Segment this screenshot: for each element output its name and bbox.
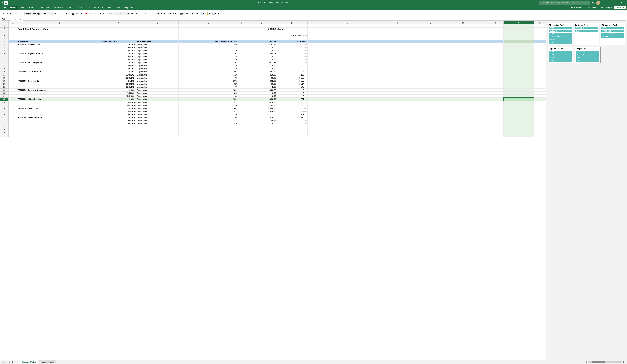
col-header-J[interactable]: J	[323, 21, 373, 24]
scroll-right-btn[interactable]: ▶	[623, 361, 626, 364]
align-left-btn[interactable]: ≡	[99, 12, 102, 15]
menu-item-data[interactable]: Data	[65, 6, 72, 10]
underline-button[interactable]: U	[71, 12, 75, 15]
tab-menu-icon[interactable]: ☰	[17, 361, 20, 363]
format-cells-btn[interactable]: ⊡▾	[172, 12, 177, 15]
menu-item-share[interactable]: Share	[28, 6, 36, 10]
filter-chip-blank-proj[interactable]: (blank)	[576, 59, 599, 62]
filter-chip-toyota[interactable]: TOYOTA	[576, 53, 599, 56]
formula-input[interactable]	[23, 18, 626, 21]
more-format-btn[interactable]: ···	[93, 12, 97, 15]
number-format-select[interactable]: General	[113, 12, 130, 15]
format-painter-btn[interactable]: 🖌	[18, 12, 22, 15]
filter-chip-tangible[interactable]: TANGIBLE	[575, 27, 598, 29]
insert-cells-btn[interactable]: +⊡▾	[160, 12, 166, 15]
filter-chip-car[interactable]: CAR	[601, 27, 624, 29]
decrease-font-btn[interactable]: A↓	[59, 12, 63, 15]
sum-btn[interactable]: Σ▾	[190, 12, 194, 15]
col-header-L[interactable]: L	[423, 21, 438, 24]
format-as-table-btn[interactable]: ⊞▾	[185, 12, 189, 15]
col-header-G[interactable]: G	[246, 21, 277, 24]
italic-button[interactable]: I	[69, 12, 71, 15]
col-header-H[interactable]: H	[277, 21, 307, 24]
filter-chip-sales[interactable]: SALES	[549, 38, 572, 41]
tab-fixed-asset-data[interactable]: FixedAssetData	[39, 360, 56, 364]
bold-button[interactable]: B	[65, 12, 68, 15]
comments-button[interactable]: 💬 Comments	[570, 6, 585, 9]
filter-chip-mercedes[interactable]: MERCEDES	[576, 51, 599, 53]
catchup-button[interactable]: ↑ Catch up	[586, 6, 599, 9]
filter-chip-telephone[interactable]: TELEPHONE	[601, 33, 624, 35]
border-button[interactable]: ⊞	[75, 12, 79, 15]
user-avatar[interactable]: U	[596, 1, 600, 5]
menu-item-help[interactable]: Help	[105, 6, 113, 10]
filter-chip-adm-dept[interactable]: ADM	[549, 51, 572, 53]
font-color-button[interactable]: A▾	[84, 12, 88, 15]
col-header-C[interactable]: C	[102, 21, 136, 24]
conditional-format-btn[interactable]: ▤▾	[179, 12, 184, 15]
search-input[interactable]	[539, 1, 590, 4]
add-sheet-button[interactable]: +	[56, 361, 60, 364]
percent-btn[interactable]: %	[135, 12, 138, 15]
menu-item-draw[interactable]: Draw	[113, 6, 121, 10]
filter-chip-vw[interactable]: VW	[576, 56, 599, 59]
filter-chip-machinery[interactable]: MACHINERY	[601, 30, 624, 32]
cell-reference-input[interactable]: O25	[1, 18, 11, 21]
col-header-I[interactable]: I	[307, 21, 323, 24]
spreadsheet[interactable]: A B C D E F G H I J K L M N O	[0, 21, 546, 360]
menu-item-review[interactable]: Review	[73, 6, 83, 10]
col-header-E[interactable]: E	[179, 21, 238, 24]
col-header-F[interactable]: F	[238, 21, 246, 24]
menu-item-file[interactable]: File	[1, 6, 8, 10]
increase-decimal-btn[interactable]: .0→	[141, 12, 147, 15]
col-header-A[interactable]: A	[9, 21, 17, 24]
cell-styles-btn[interactable]: ⊡▾	[155, 12, 160, 15]
fill-color-button[interactable]: A▾	[79, 12, 83, 15]
filter-chip-reception[interactable]: RECEPTION	[549, 36, 572, 38]
share-button[interactable]: ↑ Share ▾	[614, 6, 626, 9]
decrease-decimal-btn[interactable]: ←.0	[147, 12, 153, 15]
tab-nav-last[interactable]: ▶|	[11, 361, 15, 364]
sensitivity-btn[interactable]: 🔒▾	[206, 12, 211, 15]
font-size-select[interactable]: 11	[47, 12, 54, 15]
more-btn[interactable]: ▾	[217, 12, 220, 15]
filter-chip-blank-class[interactable]: (blank)	[575, 30, 598, 32]
settings-icon[interactable]: ⚙	[591, 1, 595, 4]
menu-item-script-lab[interactable]: Script Lab	[122, 6, 135, 10]
quick-access-btn[interactable]: ▾	[9, 12, 12, 15]
menu-item-view[interactable]: View	[84, 6, 92, 10]
analyze-btn[interactable]: 📊▾	[211, 12, 217, 15]
col-header-K[interactable]: K	[373, 21, 423, 24]
col-header-D[interactable]: D	[136, 21, 178, 24]
maximize-button[interactable]: □	[610, 0, 618, 5]
col-header-N[interactable]: N	[488, 21, 504, 24]
currency-btn[interactable]: $▾	[130, 12, 134, 15]
col-header-O[interactable]: O	[504, 21, 534, 24]
menu-item-automate[interactable]: Automate	[92, 6, 104, 10]
filter-chip-sales-dept[interactable]: SALES	[549, 56, 572, 59]
filter-chip-prod[interactable]: PROD	[549, 33, 572, 35]
font-family-select[interactable]: Segoe UI (Body)	[24, 12, 47, 15]
filter-chip-adm[interactable]: ADM	[549, 27, 572, 29]
text-size-btn[interactable]: Aa	[88, 12, 93, 15]
menu-item-insert[interactable]: Insert	[18, 6, 27, 10]
sort-filter-btn[interactable]: ▼▾	[194, 12, 199, 15]
redo-button[interactable]: ↪	[5, 12, 9, 15]
tab-nav-first[interactable]: |◀	[1, 361, 5, 364]
increase-font-btn[interactable]: A↑	[54, 12, 58, 15]
tab-nav-next[interactable]: ▶	[8, 361, 11, 364]
scroll-left-btn[interactable]: ◀	[585, 361, 588, 364]
close-button[interactable]: ✕	[618, 0, 626, 5]
editing-button[interactable]: ✏ Editing ▾	[600, 6, 613, 9]
filter-chip-build2[interactable]: BUILD_2	[549, 30, 572, 32]
tab-nav-prev[interactable]: ◀	[5, 361, 8, 364]
find-btn[interactable]: 🔍▾	[200, 12, 205, 15]
menu-item-page-layout[interactable]: Page Layout	[37, 6, 52, 10]
comma-btn[interactable]: ,	[139, 12, 141, 15]
filter-chip-blank-loc[interactable]: (blank)	[549, 41, 572, 44]
filter-chip-prod-dept[interactable]: PROD	[549, 53, 572, 56]
menu-item-home[interactable]: Home	[9, 6, 18, 10]
col-header-P[interactable]: P	[534, 21, 546, 24]
merge-btn[interactable]: ⊡▾	[106, 12, 111, 15]
filter-chip-blank-dept[interactable]: (blank)	[549, 59, 572, 62]
